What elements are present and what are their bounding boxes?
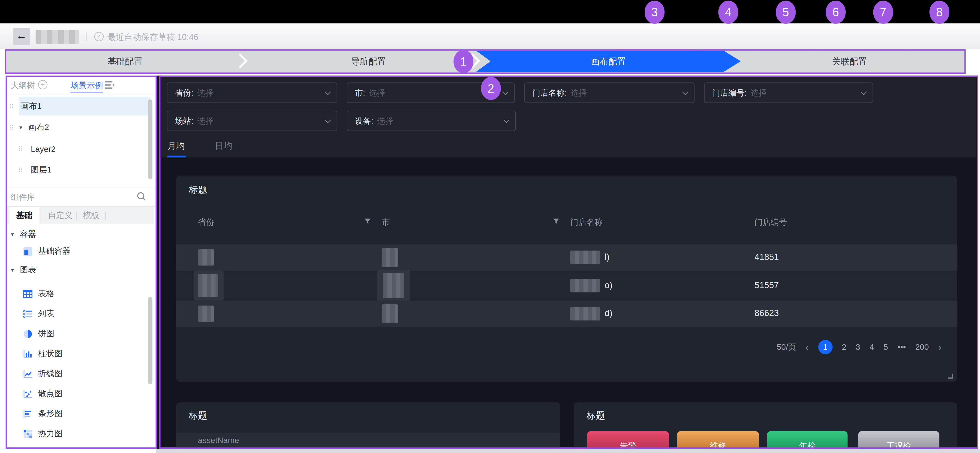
store-name-suffix: l)	[605, 252, 609, 262]
filter-device[interactable]: 设备: 选择	[347, 111, 516, 131]
annotation-badge-7: 7	[873, 1, 893, 24]
filter-funnel-icon[interactable]	[553, 217, 560, 225]
prev-page-button[interactable]: ‹	[805, 342, 809, 353]
tree-scrollbar[interactable]	[148, 99, 152, 179]
toolbar: ← | ✓ 最近自动保存草稿 10:46 如何配置单页应用? 其它 ▼	[0, 23, 980, 49]
filter-placeholder: 选择	[377, 115, 500, 126]
tree-item-layer1[interactable]: ⠿ 图层1	[7, 162, 154, 178]
group-container[interactable]: ▼ 容器	[7, 227, 154, 241]
column-header-store-code[interactable]: 门店编号	[754, 217, 787, 228]
drag-handle-icon[interactable]: ⠿	[18, 166, 22, 173]
collapse-panel-icon[interactable]	[104, 81, 115, 89]
component-table[interactable]: 表格	[7, 286, 154, 302]
component-basic-container[interactable]: 基础容器	[7, 243, 154, 259]
scatter-chart-icon	[23, 389, 33, 399]
component-column-chart[interactable]: 柱状图	[7, 346, 154, 362]
status-pill-green[interactable]: 年检	[767, 431, 848, 448]
filter-label: 门店编号:	[712, 87, 747, 99]
page-2[interactable]: 2	[842, 342, 846, 352]
app-root: ← | ✓ 最近自动保存草稿 10:46 如何配置单页应用? 其它 ▼	[0, 0, 980, 453]
component-label: 散点图	[38, 388, 62, 399]
drag-handle-icon[interactable]: ⠿	[18, 145, 22, 152]
autosave-status: 最近自动保存草稿 10:46	[107, 32, 198, 43]
page-last[interactable]: 200	[915, 342, 929, 352]
annotation-badge-8: 8	[929, 1, 950, 24]
tab-relation-config[interactable]: 关联配置	[756, 51, 943, 72]
filter-placeholder: 选择	[197, 87, 321, 99]
filter-store-code[interactable]: 门店编号: 选择	[704, 83, 873, 103]
chevron-down-icon	[325, 89, 331, 95]
tab-nav-config[interactable]: 导航配置	[275, 51, 462, 72]
line-chart-icon	[23, 369, 33, 378]
annotation-badge-3: 3	[644, 1, 665, 24]
widget-title: 标题	[587, 410, 605, 422]
filter-label: 省份:	[175, 87, 193, 99]
redacted-cell	[382, 304, 398, 323]
store-code-value: 86623	[754, 308, 779, 318]
search-icon[interactable]	[137, 192, 146, 201]
component-list[interactable]: 列表	[7, 305, 154, 322]
component-line-chart[interactable]: 折线图	[7, 365, 154, 382]
page-1-current[interactable]: 1	[818, 340, 832, 354]
filter-store-name[interactable]: 门店名称: 选择	[524, 83, 695, 103]
tree-caret-icon[interactable]: ▼	[18, 125, 23, 130]
table-row[interactable]: o) 51557	[176, 273, 957, 299]
tab-basic[interactable]: 基础	[10, 207, 40, 224]
page-size[interactable]: 50/页	[777, 341, 796, 353]
filter-station[interactable]: 场站: 选择	[167, 111, 337, 131]
tab-basic-config[interactable]: 基础配置	[31, 51, 219, 72]
component-scatter-chart[interactable]: 散点图	[7, 386, 154, 402]
page-3[interactable]: 3	[856, 342, 860, 352]
view-tab-daily[interactable]: 日均	[215, 140, 232, 152]
view-tab-monthly[interactable]: 月均	[167, 140, 185, 152]
filter-label: 设备:	[355, 115, 373, 126]
next-page-button[interactable]: ›	[938, 342, 942, 353]
component-label: 折线图	[38, 368, 62, 380]
page-ellipsis[interactable]: •••	[897, 342, 906, 352]
group-charts[interactable]: ▼ 图表	[7, 263, 154, 277]
tab-custom[interactable]: 自定义	[48, 207, 73, 224]
component-heatmap[interactable]: 热力图	[7, 426, 154, 442]
list-widget-card: 标题 assetName	[176, 402, 560, 448]
tab-template[interactable]: 模板	[83, 207, 99, 224]
column-header-store-name[interactable]: 门店名称	[570, 217, 603, 228]
status-pill-red[interactable]: 告警	[587, 431, 669, 448]
table-row[interactable]: l) 41851	[176, 244, 957, 271]
annotation-badge-1: 1	[453, 50, 474, 73]
column-header-province[interactable]: 省份	[198, 217, 214, 228]
drag-handle-icon[interactable]: ⠿	[10, 124, 13, 131]
tree-item-canvas2[interactable]: ⠿ ▼ 画布2	[7, 120, 154, 136]
tab-separator: |	[104, 211, 107, 220]
filter-placeholder: 选择	[369, 87, 498, 99]
column-chart-icon	[23, 349, 33, 358]
tab-canvas-config-active[interactable]: 画布配置	[476, 51, 741, 72]
page-4[interactable]: 4	[869, 342, 874, 352]
drag-handle-icon[interactable]: ⠿	[10, 103, 13, 110]
page-5[interactable]: 5	[883, 342, 888, 352]
component-ring-gauge[interactable]: 环形仪表盘	[7, 444, 154, 448]
component-pie[interactable]: 饼图	[7, 325, 154, 342]
tree-item-canvas1[interactable]: ⠿ 画布1	[7, 98, 154, 114]
redacted-cell	[570, 307, 600, 321]
component-bar-chart[interactable]: 条形图	[7, 405, 154, 422]
scene-example-link[interactable]: 场景示例	[71, 80, 103, 93]
tree-item-layer2[interactable]: ⠿ Layer2	[7, 140, 154, 157]
toolbar-divider: |	[85, 31, 88, 41]
add-canvas-icon[interactable]: +	[38, 80, 48, 89]
bar-chart-icon	[23, 409, 33, 418]
back-button[interactable]: ←	[13, 28, 30, 45]
filter-funnel-icon[interactable]	[364, 217, 371, 225]
library-scrollbar[interactable]	[148, 297, 152, 384]
list-header-row: assetName	[176, 433, 560, 448]
filter-placeholder: 选择	[751, 87, 857, 99]
chevron-down-icon	[682, 89, 688, 95]
status-pill-orange[interactable]: 维修	[677, 431, 759, 448]
column-header-city[interactable]: 市	[382, 217, 390, 228]
status-pill-gray[interactable]: 工况检	[858, 431, 939, 448]
widget-title: 标题	[189, 410, 207, 422]
resize-handle[interactable]	[948, 373, 953, 379]
filter-province[interactable]: 省份: 选择	[167, 83, 337, 103]
blurred-app-title	[35, 30, 79, 44]
tab-separator: |	[75, 211, 78, 220]
table-row[interactable]: d) 86623	[176, 301, 957, 327]
